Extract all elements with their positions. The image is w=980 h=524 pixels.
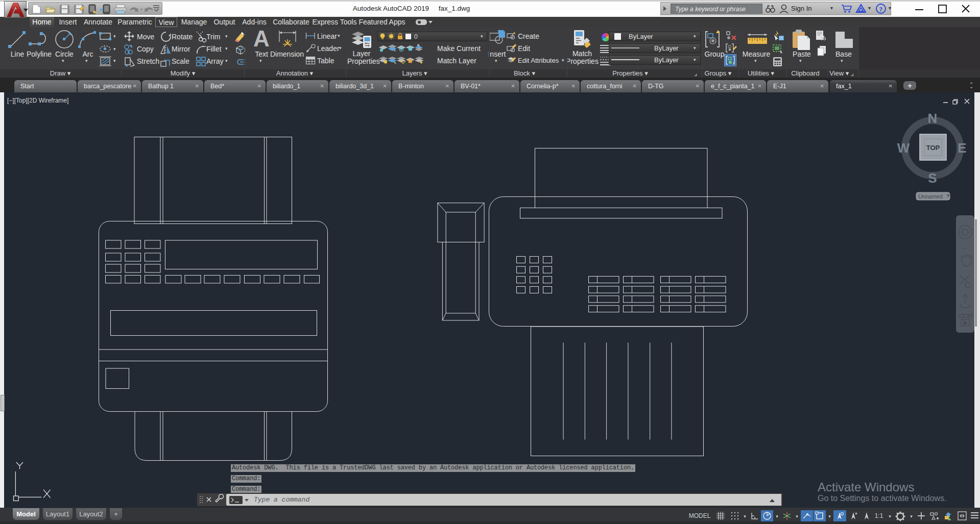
svg-text:N: N bbox=[928, 111, 938, 126]
svg-text:0: 0 bbox=[414, 33, 418, 40]
svg-text:E: E bbox=[958, 140, 966, 156]
svg-text:?: ? bbox=[879, 5, 883, 13]
svg-text:S: S bbox=[928, 170, 937, 186]
svg-text:+: + bbox=[907, 82, 912, 90]
svg-text:Unnamed: Unnamed bbox=[918, 193, 943, 199]
svg-text:TOP: TOP bbox=[926, 144, 940, 152]
svg-text:W: W bbox=[897, 140, 910, 156]
